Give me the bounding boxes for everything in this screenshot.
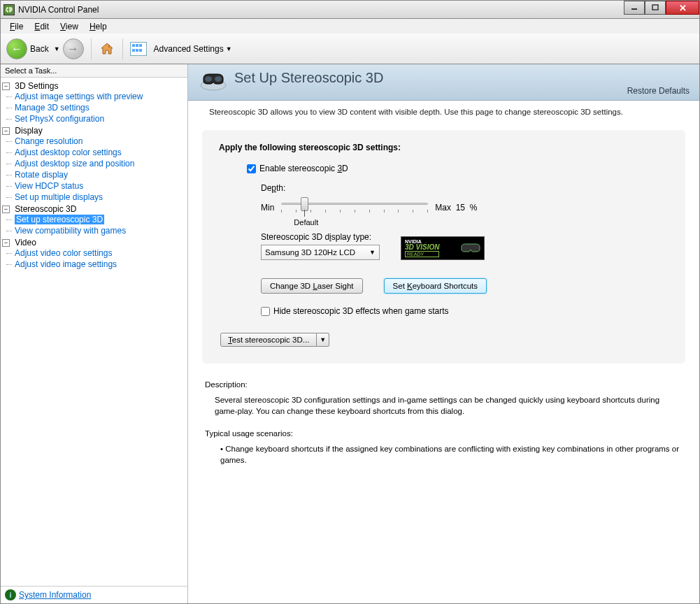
menu-help[interactable]: Help [85,20,112,33]
svg-rect-1 [652,5,658,10]
description-body: Several stereoscopic 3D configuration se… [215,394,683,417]
display-type-value: Samsung 3D 120Hz LCD [265,248,355,257]
tree-item-video-image[interactable]: Adjust video image settings [12,259,186,270]
chevron-down-icon: ▼ [369,249,376,256]
tree-item-adjust-image-preview[interactable]: Adjust image settings with preview [12,91,186,102]
back-label: Back [30,44,49,54]
description-section: Description: Several stereoscopic 3D con… [188,371,699,475]
glasses-icon [199,70,227,92]
main-panel: Set Up Stereoscopic 3D Restore Defaults … [188,64,699,603]
system-information-link[interactable]: System Information [19,590,91,600]
menu-file[interactable]: File [5,20,28,33]
scenarios-title: Typical usage scenarios: [205,429,683,438]
window-controls: ✕ [624,1,699,15]
task-tree: − 3D Settings Adjust image settings with… [1,78,187,586]
content-area: Select a Task... − 3D Settings Adjust im… [0,64,700,604]
tree-item-game-compatibility[interactable]: View compatibility with games [12,225,186,236]
depth-label: Depth: [261,183,669,193]
tree-group-stereoscopic[interactable]: Stereoscopic 3D [15,204,76,214]
toolbar-separator [91,38,92,59]
advanced-settings-label: Advanced Settings [154,44,224,54]
display-type-combo[interactable]: Samsung 3D 120Hz LCD ▼ [261,245,380,260]
button-row: Change 3D Laser Sight Set Keyboard Short… [261,278,669,294]
tree-item-multiple-displays[interactable]: Set up multiple displays [12,192,186,203]
badge-product: 3D VISION [405,244,439,251]
minimize-button[interactable] [624,1,645,15]
svg-point-4 [205,76,212,82]
depth-max-label: Max 15 % [435,203,477,213]
window-title: NVIDIA Control Panel [18,5,99,15]
set-keyboard-shortcuts-button[interactable]: Set Keyboard Shortcuts [384,278,487,294]
sidebar-header: Select a Task... [1,64,187,78]
tree-item-desktop-size[interactable]: Adjust desktop size and position [12,158,186,169]
depth-slider[interactable]: Default [281,197,428,218]
maximize-button[interactable] [645,1,666,15]
tree-item-physx[interactable]: Set PhysX configuration [12,113,186,124]
svg-point-5 [215,76,222,82]
menu-view[interactable]: View [55,20,83,33]
app-icon [3,4,15,15]
test-row: Test stereoscopic 3D... ▼ [220,333,669,347]
tree-group-display[interactable]: Display [15,126,42,136]
nav-back-group: ← Back ▼ → [6,38,84,59]
tree-toggle-icon[interactable]: − [2,206,10,213]
depth-min-label: Min [261,203,274,213]
svg-rect-0 [631,8,637,10]
tree-item-rotate-display[interactable]: Rotate display [12,169,186,180]
tree-item-manage-3d[interactable]: Manage 3D settings [12,102,186,113]
test-dropdown-button[interactable]: ▼ [317,333,329,347]
tree-item-change-resolution[interactable]: Change resolution [12,136,186,147]
sidebar: Select a Task... − 3D Settings Adjust im… [1,64,188,603]
enable-3d-label[interactable]: Enable stereoscopic 3D [259,164,348,173]
tree-item-desktop-color[interactable]: Adjust desktop color settings [12,147,186,158]
tree-item-setup-stereoscopic[interactable]: Set up stereoscopic 3D [12,214,186,225]
back-history-dropdown[interactable]: ▼ [54,45,60,52]
scenario-item: • Change keyboard shortcuts if the assig… [220,443,683,466]
tree-toggle-icon[interactable]: − [2,82,10,90]
glasses-icon [460,241,481,255]
close-button[interactable]: ✕ [666,1,699,15]
panel-title: Apply the following stereoscopic 3D sett… [219,143,669,152]
slider-thumb[interactable] [301,197,308,211]
hide-effects-row: Hide stereoscopic 3D effects when game s… [261,306,669,316]
toolbar-separator [122,38,123,59]
sidebar-footer: i System Information [1,586,187,603]
tree-group-video[interactable]: Video [15,238,36,247]
change-laser-sight-button[interactable]: Change 3D Laser Sight [261,278,363,294]
depth-section: Depth: Min Default Max 15 % [261,183,669,218]
tree-toggle-icon[interactable]: − [2,239,10,247]
view-mode-icon[interactable] [130,42,147,56]
tree-group-3d-settings[interactable]: 3D Settings [15,81,58,91]
advanced-settings-dropdown[interactable]: Advanced Settings ▼ [154,44,232,54]
description-title: Description: [205,380,683,389]
depth-default-label: Default [294,218,318,226]
hide-effects-label[interactable]: Hide stereoscopic 3D effects when game s… [273,306,449,316]
badge-ready: READY [405,251,439,257]
back-button[interactable]: ← [6,38,27,59]
window-titlebar: NVIDIA Control Panel ✕ [0,0,700,19]
page-title: Set Up Stereoscopic 3D [234,70,383,86]
info-icon: i [5,589,16,601]
page-intro: Stereoscopic 3D allows you to view 3D co… [188,101,699,123]
restore-defaults-link[interactable]: Restore Defaults [627,86,690,96]
hide-effects-checkbox[interactable] [261,307,270,316]
test-stereoscopic-button[interactable]: Test stereoscopic 3D... [220,333,317,347]
forward-button[interactable]: → [63,38,84,59]
menu-edit[interactable]: Edit [29,20,54,33]
svg-rect-2 [108,45,110,48]
enable-3d-checkbox[interactable] [247,164,256,173]
menubar: File Edit View Help [0,19,700,34]
display-type-row: Stereoscopic 3D display type: Samsung 3D… [261,232,669,260]
enable-3d-row: Enable stereoscopic 3D [247,164,669,173]
display-type-label: Stereoscopic 3D display type: [261,232,380,242]
tree-item-hdcp-status[interactable]: View HDCP status [12,180,186,192]
settings-panel: Apply the following stereoscopic 3D sett… [202,130,685,364]
home-icon[interactable] [99,41,115,57]
3d-vision-ready-badge: NVIDIA 3D VISION READY [401,236,485,260]
toolbar: ← Back ▼ → Advanced Settings ▼ [0,34,700,64]
page-header: Set Up Stereoscopic 3D Restore Defaults [188,64,699,101]
tree-toggle-icon[interactable]: − [2,127,10,135]
tree-item-video-color[interactable]: Adjust video color settings [12,247,186,259]
